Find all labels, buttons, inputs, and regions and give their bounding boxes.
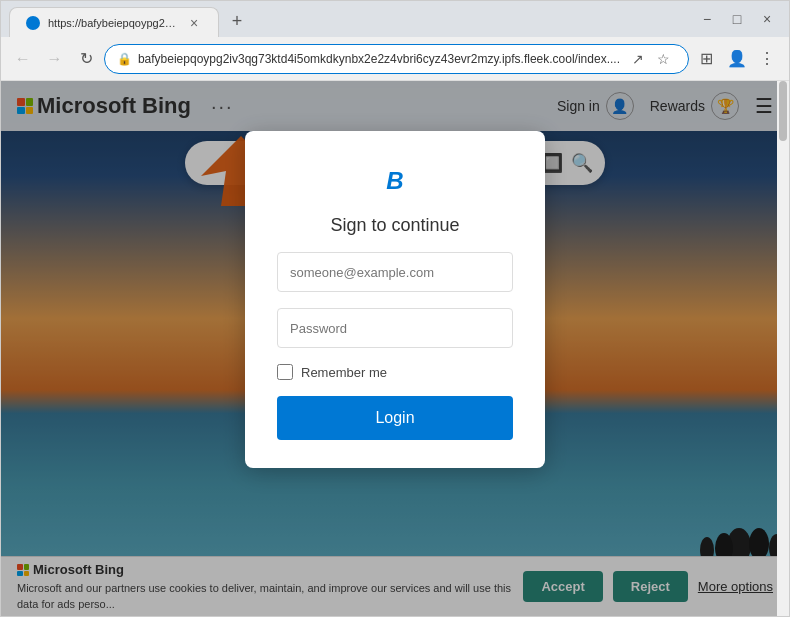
refresh-button[interactable]: ↻ bbox=[72, 45, 100, 73]
remember-me-label: Remember me bbox=[301, 365, 387, 380]
remember-me-checkbox[interactable] bbox=[277, 364, 293, 380]
tab-bar: https://bafybeiepqoypg2iv3qg73... × + − … bbox=[1, 1, 789, 37]
settings-icon[interactable]: ⋮ bbox=[753, 45, 781, 73]
svg-point-0 bbox=[29, 19, 37, 27]
share-icon[interactable]: ↗ bbox=[626, 47, 650, 71]
lock-icon: 🔒 bbox=[117, 52, 132, 66]
address-text: bafybeiepqoypg2iv3qg73ktd4i5omkdkynbx2e2… bbox=[138, 52, 620, 66]
maximize-icon[interactable]: □ bbox=[723, 5, 751, 33]
close-window-icon[interactable]: × bbox=[753, 5, 781, 33]
modal-title: Sign to continue bbox=[330, 215, 459, 236]
forward-button[interactable]: → bbox=[41, 45, 69, 73]
browser-frame: https://bafybeiepqoypg2iv3qg73... × + − … bbox=[0, 0, 790, 617]
login-button[interactable]: Login bbox=[277, 396, 513, 440]
tab-bar-controls: − □ × bbox=[693, 5, 781, 37]
back-button[interactable]: ← bbox=[9, 45, 37, 73]
toolbar-right: ⊞ 👤 ⋮ bbox=[693, 45, 781, 73]
bookmark-icon[interactable]: ☆ bbox=[652, 47, 676, 71]
email-input[interactable] bbox=[277, 252, 513, 292]
minimize-icon[interactable]: − bbox=[693, 5, 721, 33]
address-bar: ← → ↻ 🔒 bafybeiepqoypg2iv3qg73ktd4i5omkd… bbox=[1, 37, 789, 81]
profile-icon[interactable]: 👤 bbox=[723, 45, 751, 73]
tab-favicon bbox=[26, 16, 40, 30]
scrollbar-thumb[interactable] bbox=[779, 81, 787, 141]
tab-close-button[interactable]: × bbox=[186, 15, 202, 31]
address-input-wrap[interactable]: 🔒 bafybeiepqoypg2iv3qg73ktd4i5omkdkynbx2… bbox=[104, 44, 689, 74]
webpage: iz Microsoft Bing ··· Sign in 👤 bbox=[1, 81, 789, 616]
login-modal: B Sign to continue Remember me Login bbox=[245, 131, 545, 468]
modal-bing-icon: B bbox=[377, 163, 413, 199]
scrollbar[interactable] bbox=[777, 81, 789, 616]
address-actions: ↗ ☆ bbox=[626, 47, 676, 71]
bing-b-symbol: B bbox=[386, 167, 403, 195]
password-input[interactable] bbox=[277, 308, 513, 348]
tab-title: https://bafybeiepqoypg2iv3qg73... bbox=[48, 17, 178, 29]
split-screen-icon[interactable]: ⊞ bbox=[693, 45, 721, 73]
modal-overlay: B Sign to continue Remember me Login bbox=[1, 81, 789, 616]
active-tab[interactable]: https://bafybeiepqoypg2iv3qg73... × bbox=[9, 7, 219, 37]
new-tab-button[interactable]: + bbox=[223, 7, 251, 35]
remember-me-row: Remember me bbox=[277, 364, 513, 380]
